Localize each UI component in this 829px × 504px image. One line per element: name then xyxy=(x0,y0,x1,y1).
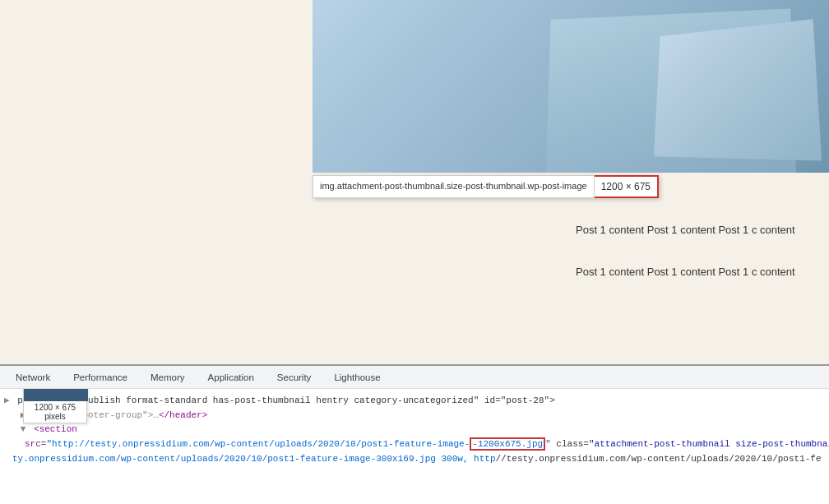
devtools-tabs-bar: Network Performance Memory Application S… xyxy=(0,366,829,389)
post-content-area: Post 1 content Post 1 content Post 1 c c… xyxy=(576,222,822,306)
code-content-area: 1200 × 675 pixels ▶ post status-publish … xyxy=(0,389,829,504)
code-line-3: ▼ <section xyxy=(0,422,829,437)
tab-network[interactable]: Network xyxy=(4,366,62,388)
thumbnail-preview xyxy=(24,389,88,401)
tab-security[interactable]: Security xyxy=(266,366,323,388)
upper-left-panel xyxy=(0,0,313,362)
css-selector-text: img.attachment-post-thumbnail.size-post-… xyxy=(313,175,595,198)
code-line-1: ▶ post status-publish format-standard ha… xyxy=(0,392,829,407)
tab-application[interactable]: Application xyxy=(197,366,266,388)
dimensions-badge: 1200 × 675 xyxy=(595,175,659,198)
code-line-4: src="http://testy.onpressidium.com/wp-co… xyxy=(0,437,829,451)
hero-image xyxy=(313,0,829,173)
code-line-5: ty.onpressidium.com/wp-content/uploads/2… xyxy=(0,451,829,466)
devtools-panel: Network Performance Memory Application S… xyxy=(0,364,829,504)
page-wrapper: img.attachment-post-thumbnail.size-post-… xyxy=(0,0,829,504)
element-tooltip: img.attachment-post-thumbnail.size-post-… xyxy=(313,175,659,198)
thumbnail-size-label: 1200 × 675 pixels xyxy=(24,401,86,423)
tab-lighthouse[interactable]: Lighthouse xyxy=(322,366,391,388)
image-thumbnail-popup: 1200 × 675 pixels xyxy=(23,389,87,423)
code-line-2: ▶ text-a -footer-group">…</header> xyxy=(0,407,829,422)
tab-memory[interactable]: Memory xyxy=(139,366,197,388)
post-content-1: Post 1 content Post 1 content Post 1 c c… xyxy=(576,222,822,239)
post-content-2: Post 1 content Post 1 content Post 1 c c… xyxy=(576,264,822,281)
tab-performance[interactable]: Performance xyxy=(62,366,139,388)
